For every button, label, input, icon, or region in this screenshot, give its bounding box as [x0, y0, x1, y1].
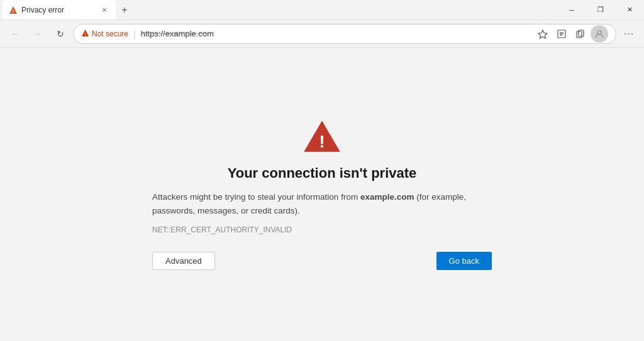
reload-button[interactable]: ↻: [50, 24, 70, 44]
go-back-button[interactable]: Go back: [436, 252, 492, 270]
tab-title: Privacy error: [21, 6, 64, 14]
forward-button[interactable]: →: [28, 24, 48, 44]
tab-warning-icon: !: [9, 6, 18, 14]
error-description: Attackers might be trying to steal your …: [152, 190, 492, 217]
window-controls: ─ ❒ ✕: [557, 0, 644, 20]
favorites-star-icon[interactable]: [534, 25, 552, 43]
error-code: NET::ERR_CERT_AUTHORITY_INVALID: [152, 225, 292, 234]
error-container: ! Your connection isn't private Attacker…: [152, 119, 492, 269]
svg-text:!: !: [319, 132, 325, 151]
title-bar: ! Privacy error × + ─ ❒ ✕: [0, 0, 644, 20]
svg-marker-4: [538, 30, 547, 38]
svg-text:!: !: [13, 9, 14, 13]
warning-icon: !: [81, 29, 89, 39]
tab-bar: ! Privacy error × +: [0, 0, 557, 19]
reload-icon: ↻: [57, 29, 64, 39]
error-domain: example.com: [360, 192, 414, 202]
navigation-bar: ← → ↻ ! Not secure | https://example.com: [0, 20, 644, 48]
close-button[interactable]: ✕: [615, 0, 644, 20]
back-icon: ←: [11, 29, 19, 39]
url-display: https://example.com: [141, 29, 214, 38]
minimize-button[interactable]: ─: [557, 0, 586, 20]
tab-close-button[interactable]: ×: [99, 5, 109, 15]
page-content: ! Your connection isn't private Attacker…: [0, 48, 644, 341]
collections-icon[interactable]: [572, 25, 589, 43]
warning-triangle-icon: !: [302, 119, 342, 154]
svg-point-11: [597, 31, 601, 35]
advanced-button[interactable]: Advanced: [152, 252, 215, 270]
active-tab[interactable]: ! Privacy error ×: [3, 0, 116, 19]
address-right-icons: [534, 25, 608, 43]
forward-icon: →: [33, 29, 42, 39]
reading-list-icon[interactable]: [553, 25, 570, 43]
more-menu-button[interactable]: ···: [619, 24, 639, 44]
url-separator: |: [133, 29, 136, 39]
error-title: Your connection isn't private: [228, 165, 417, 181]
not-secure-indicator: ! Not secure: [81, 29, 128, 39]
button-row: Advanced Go back: [152, 252, 492, 270]
not-secure-label: Not secure: [92, 30, 128, 38]
maximize-button[interactable]: ❒: [586, 0, 615, 20]
back-button[interactable]: ←: [5, 24, 25, 44]
description-prefix: Attackers might be trying to steal your …: [152, 192, 360, 202]
new-tab-button[interactable]: +: [116, 1, 133, 19]
profile-avatar[interactable]: [591, 25, 608, 43]
svg-text:!: !: [84, 31, 86, 36]
address-bar[interactable]: ! Not secure | https://example.com: [73, 24, 616, 44]
